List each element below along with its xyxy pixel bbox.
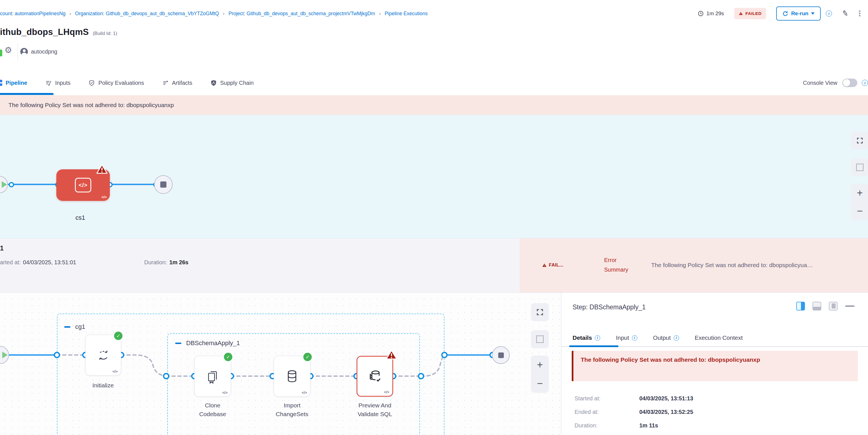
breadcrumb-pipeline-executions[interactable]: Pipeline Executions <box>385 11 428 17</box>
step-node-import-changesets[interactable]: ✓ </> <box>274 356 310 397</box>
tab-details[interactable]: Details i <box>572 334 600 341</box>
fullscreen-button[interactable] <box>531 303 549 321</box>
tab-details-label: Details <box>572 334 592 341</box>
info-icon[interactable]: i <box>826 10 832 17</box>
tab-policy-evaluations-label: Policy Evaluations <box>98 80 144 86</box>
step-error-text: The following Policy Set was not adhered… <box>581 356 760 363</box>
gear-icon[interactable]: ⚙ <box>4 45 12 55</box>
pipeline-execution-screen: count: automationPipelinesNg › Organizat… <box>0 0 868 435</box>
play-icon <box>2 181 7 188</box>
step-node-clone-codebase[interactable]: ✓ </> <box>194 356 231 397</box>
fullscreen-button[interactable] <box>851 132 868 149</box>
database-check-icon <box>367 369 383 384</box>
stage-warning-badge <box>96 164 107 175</box>
stage-graph-canvas[interactable] <box>0 115 868 238</box>
layout-right-icon[interactable] <box>796 302 805 310</box>
tab-artifacts-label: Artifacts <box>172 80 192 86</box>
meta-row: ⚙ autocdpng <box>0 43 253 63</box>
fullscreen-icon <box>536 308 544 316</box>
connector-line <box>8 184 58 185</box>
chevron-down-icon <box>811 12 814 14</box>
code-marker: </> <box>112 369 118 374</box>
shield-check-icon <box>88 80 95 86</box>
user-avatar-icon <box>20 48 28 56</box>
info-icon[interactable]: i <box>595 335 600 341</box>
policy-violation-banner: The following Policy Set was not adhered… <box>0 95 868 115</box>
tab-supply-chain-label: Supply Chain <box>220 80 254 86</box>
stage-started-at: arted at: 04/03/2025, 13:51:01 <box>0 259 76 266</box>
step-node-preview-validate-sql[interactable]: </> <box>356 356 393 397</box>
code-marker: </> <box>384 390 389 394</box>
success-badge: ✓ <box>114 332 123 340</box>
breadcrumb-organization[interactable]: Organization: Github_db_devops_aut_db_sc… <box>75 11 219 17</box>
started-value: 04/03/2025, 13:51:01 <box>23 259 76 266</box>
edit-pipeline-icon[interactable]: ✎ <box>841 8 849 18</box>
duration-label: Duration: <box>144 259 167 266</box>
selection-button[interactable] <box>851 159 868 176</box>
page-title: ithub_dbops_LHqmS <box>0 27 89 37</box>
tab-artifacts[interactable]: Artifacts <box>162 80 192 86</box>
zoom-out-button[interactable]: − <box>537 378 543 389</box>
console-view-label: Console View <box>803 80 837 86</box>
info-icon[interactable]: i <box>674 335 679 341</box>
tab-inputs[interactable]: Inputs <box>45 80 70 86</box>
step-panel-tabs: Details i Input i Output i Execution Con… <box>561 329 868 347</box>
top-bar-actions: 1m 29s FAILED Re-run i ✎ ⋮ <box>698 0 864 27</box>
step-label-preview-validate-sql: Preview And Validate SQL <box>351 401 398 418</box>
info-icon[interactable]: i <box>632 335 637 341</box>
console-info-icon[interactable]: i <box>862 80 868 86</box>
tab-input-label: Input <box>616 334 629 341</box>
selection-button[interactable] <box>531 330 549 348</box>
connector-dot <box>164 374 169 379</box>
success-badge: ✓ <box>224 353 232 361</box>
tab-pipeline[interactable]: Pipeline <box>0 80 27 86</box>
minimize-panel-icon[interactable] <box>845 305 855 307</box>
tab-execution-context[interactable]: Execution Context <box>695 334 743 341</box>
zoom-in-button[interactable]: + <box>857 188 863 198</box>
step-warning-badge <box>386 350 397 360</box>
stage-error-zone: FAIL... Error Summary The following Poli… <box>520 238 868 293</box>
rerun-button[interactable]: Re-run <box>776 6 821 21</box>
error-summary-label: Error Summary <box>604 255 638 274</box>
play-icon <box>2 352 8 359</box>
breadcrumb-separator: › <box>223 11 224 17</box>
step-node-initialize[interactable]: ✓ </> <box>85 335 121 376</box>
pipeline-end-node <box>154 175 173 194</box>
detail-row-ended: Ended at: 04/03/2025, 13:52:25 <box>575 409 693 415</box>
title-row: ithub_dbops_LHqmS (Build Id: 1) <box>0 27 117 42</box>
step-error-box: The following Policy Set was not adhered… <box>572 351 858 381</box>
active-tab-underline <box>569 345 618 347</box>
build-id: (Build Id: 1) <box>93 31 117 36</box>
layout-bottom-icon[interactable] <box>812 302 821 310</box>
tab-policy-evaluations[interactable]: Policy Evaluations <box>88 80 144 86</box>
tab-input[interactable]: Input i <box>616 334 637 341</box>
zoom-in-button[interactable]: + <box>537 360 543 370</box>
connector-line <box>110 184 156 185</box>
initialize-sync-icon <box>96 348 111 363</box>
fullscreen-icon <box>856 137 864 144</box>
fail-chip: FAIL... <box>542 262 563 268</box>
main-tabs: Pipeline Inputs Policy Evaluations <box>0 70 868 95</box>
panel-layout-controls <box>796 302 855 310</box>
pipeline-icon <box>0 80 2 86</box>
breadcrumb-project[interactable]: Project: Github_db_devops_aut_db_schema_… <box>228 11 375 17</box>
breadcrumb-separator: › <box>69 11 71 17</box>
elapsed-label: 1m 29s <box>706 10 724 17</box>
tab-supply-chain[interactable]: Supply Chain <box>210 80 254 86</box>
stop-icon <box>498 352 504 358</box>
stage-summary-bar: 1 arted at: 04/03/2025, 13:51:01 Duratio… <box>0 238 868 292</box>
tab-output-label: Output <box>653 334 671 341</box>
fail-chip-label: FAIL... <box>549 262 563 268</box>
step-details-panel: Step: DBSchemaApply_1 Details i Input i … <box>561 292 868 435</box>
more-options-icon[interactable]: ⋮ <box>856 9 864 18</box>
divider <box>18 43 18 61</box>
layout-floating-icon[interactable] <box>829 302 838 310</box>
tab-execution-context-label: Execution Context <box>695 334 743 341</box>
success-badge: ✓ <box>303 353 312 361</box>
breadcrumb-separator: › <box>379 11 381 17</box>
breadcrumb-account[interactable]: count: automationPipelinesNg <box>0 11 66 17</box>
tab-output[interactable]: Output i <box>653 334 679 341</box>
zoom-out-button[interactable]: − <box>857 206 863 216</box>
console-view-toggle[interactable] <box>842 79 857 87</box>
code-marker: </> <box>302 391 307 395</box>
